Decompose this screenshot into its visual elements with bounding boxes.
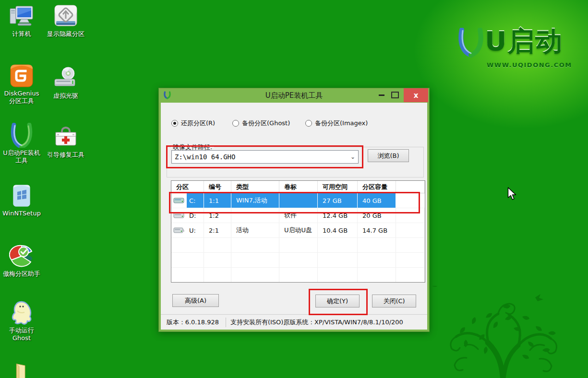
diskgenius-icon	[9, 63, 34, 88]
table-empty-row	[171, 253, 425, 268]
cell-capacity: 14.7 GB	[358, 223, 396, 237]
cell-partition: U:	[187, 223, 204, 237]
dialog-content: 还原分区(R) 备份分区(Ghost) 备份分区(Imagex) 映像文件路径:…	[161, 103, 427, 330]
browse-button[interactable]: 浏览(B)	[368, 149, 409, 162]
image-path-value: Z:\win10_64.GHO	[172, 153, 348, 161]
uqidong-u-icon	[9, 123, 34, 148]
cell-filler	[396, 208, 425, 223]
minimize-icon	[379, 94, 384, 96]
cell-volume: U启动U盘	[279, 223, 318, 237]
table-row-c-selected[interactable]: C: 1:1 WIN7,活动 27 GB 40 GB	[171, 193, 425, 208]
desktop: { "desktop": { "logo": { "brand": "U启动",…	[0, 0, 588, 378]
tree-silhouette-decoration	[432, 286, 576, 378]
desktop-icon-winntsetup[interactable]: WinNTSetup	[0, 183, 43, 217]
cell-capacity: 40 GB	[358, 193, 396, 208]
chevron-down-icon[interactable]: ⌄	[348, 154, 358, 160]
maximize-icon	[391, 92, 399, 98]
radio-label: 还原分区(R)	[181, 119, 215, 128]
cell-free: 27 GB	[318, 193, 358, 208]
partition-assistant-icon	[9, 244, 34, 269]
icon-label: 显示隐藏分区	[47, 30, 84, 38]
partition-table: 分区 编号 类型 卷标 可用空间 分区容量 C: 1:1	[171, 180, 425, 283]
desktop-icon-computer[interactable]: 计算机	[0, 4, 43, 38]
uqidong-logo: U启动 WWW.UQIDONG.COM	[457, 28, 572, 69]
cell-number: 1:1	[204, 193, 231, 208]
desktop-icon-show-hidden-partitions[interactable]: 显示隐藏分区	[44, 4, 87, 38]
minimize-button[interactable]	[375, 88, 388, 102]
radio-backup-partition-imagex[interactable]: 备份分区(Imagex)	[305, 119, 368, 128]
radio-label: 备份分区(Imagex)	[315, 119, 368, 128]
mouse-cursor	[507, 187, 518, 203]
cell-partition: C:	[187, 193, 204, 208]
desktop-icon-folder-partial[interactable]	[0, 362, 43, 378]
desktop-icon-virtual-cdrom[interactable]: 虚拟光驱	[44, 66, 87, 100]
cell-free: 10.4 GB	[318, 223, 358, 237]
cell-number: 1:2	[204, 208, 231, 223]
desktop-icon-run-ghost[interactable]: 手动运行 Ghost	[0, 300, 43, 342]
cell-type: WIN7,活动	[231, 193, 279, 208]
disk-icon	[173, 212, 185, 220]
brand-url: WWW.UQIDONG.COM	[487, 61, 572, 69]
butterfly-decoration	[535, 294, 543, 301]
col-header-free-space[interactable]: 可用空间	[318, 181, 358, 193]
col-header-number[interactable]: 编号	[204, 181, 231, 193]
table-empty-row	[171, 268, 425, 283]
col-header-volume[interactable]: 卷标	[279, 181, 318, 193]
ok-button[interactable]: 确定(Y)	[315, 295, 360, 307]
radio-unselected-icon	[305, 120, 312, 127]
cell-volume	[279, 193, 318, 208]
boot-repair-icon	[53, 125, 78, 150]
table-row-d[interactable]: D: 1:2 软件 12.4 GB 20 GB	[171, 208, 425, 223]
icon-label: 引导修复工具	[47, 151, 84, 159]
icon-label: WinNTSetup	[2, 210, 41, 217]
show-hidden-partitions-icon	[53, 4, 78, 29]
icon-label: 傲梅分区助手	[3, 270, 40, 278]
radio-label: 备份分区(Ghost)	[242, 119, 290, 128]
uqidong-u-glyph-icon	[457, 28, 485, 60]
radio-restore-partition[interactable]: 还原分区(R)	[171, 119, 215, 128]
cell-type	[231, 208, 279, 223]
icon-label: 计算机	[12, 30, 31, 38]
cell-capacity: 20 GB	[358, 208, 396, 223]
cell-free: 12.4 GB	[318, 208, 358, 223]
cell-filler	[396, 223, 425, 237]
ghost-icon	[9, 300, 34, 325]
close-icon: x	[414, 91, 419, 100]
col-header-filler	[396, 181, 425, 193]
statusbar: 版本 : 6.0.18.928 支持安装所有(ISO)原版系统 : XP/VIS…	[161, 314, 427, 330]
radio-backup-partition-ghost[interactable]: 备份分区(Ghost)	[232, 119, 290, 128]
desktop-icon-diskgenius[interactable]: DiskGenius 分区工具	[0, 63, 43, 105]
icon-label: 虚拟光驱	[53, 92, 78, 100]
virtual-cdrom-icon	[53, 66, 78, 91]
table-row-u[interactable]: U: 2:1 活动 U启动U盘 10.4 GB 14.7 GB	[171, 223, 425, 238]
cell-volume: 软件	[279, 208, 318, 223]
close-window-button[interactable]: x	[404, 88, 428, 102]
image-path-combobox[interactable]: Z:\win10_64.GHO ⌄	[171, 150, 359, 164]
desktop-icon-partition-assistant[interactable]: 傲梅分区助手	[0, 244, 43, 278]
pe-install-tool-window: U启动PE装机工具 x 还原分区(R) 备份分区(Ghost) 备份分区(Ima…	[158, 88, 430, 332]
radio-selected-icon	[171, 120, 178, 127]
version-text: 版本 : 6.0.18.928	[161, 318, 226, 327]
icon-label: 手动运行 Ghost	[9, 327, 34, 342]
maximize-button[interactable]	[389, 88, 401, 102]
table-empty-row	[171, 238, 425, 253]
cell-filler	[396, 193, 425, 208]
cell-number: 2:1	[204, 223, 231, 237]
usb-disk-icon	[173, 226, 185, 235]
brand-text: U启动	[485, 28, 563, 55]
supported-systems-text: 支持安装所有(ISO)原版系统 : XP/VISTA/WIN7/8/8.1/10…	[226, 318, 427, 327]
disk-icon	[173, 197, 185, 205]
advanced-button[interactable]: 高级(A)	[172, 294, 219, 307]
window-titlebar[interactable]: U启动PE装机工具 x	[159, 88, 429, 103]
cell-type: 活动	[231, 223, 279, 237]
radio-unselected-icon	[232, 120, 239, 127]
desktop-icon-upe-tool[interactable]: U启动PE装机 工具	[0, 123, 43, 164]
icon-label: U启动PE装机 工具	[3, 149, 40, 164]
col-header-type[interactable]: 类型	[231, 181, 279, 193]
computer-icon	[9, 4, 34, 29]
desktop-icon-boot-repair[interactable]: 引导修复工具	[44, 125, 87, 159]
close-button[interactable]: 关闭(C)	[372, 295, 416, 307]
col-header-capacity[interactable]: 分区容量	[358, 181, 396, 193]
cell-partition: D:	[187, 208, 204, 223]
col-header-partition[interactable]: 分区	[171, 181, 204, 193]
